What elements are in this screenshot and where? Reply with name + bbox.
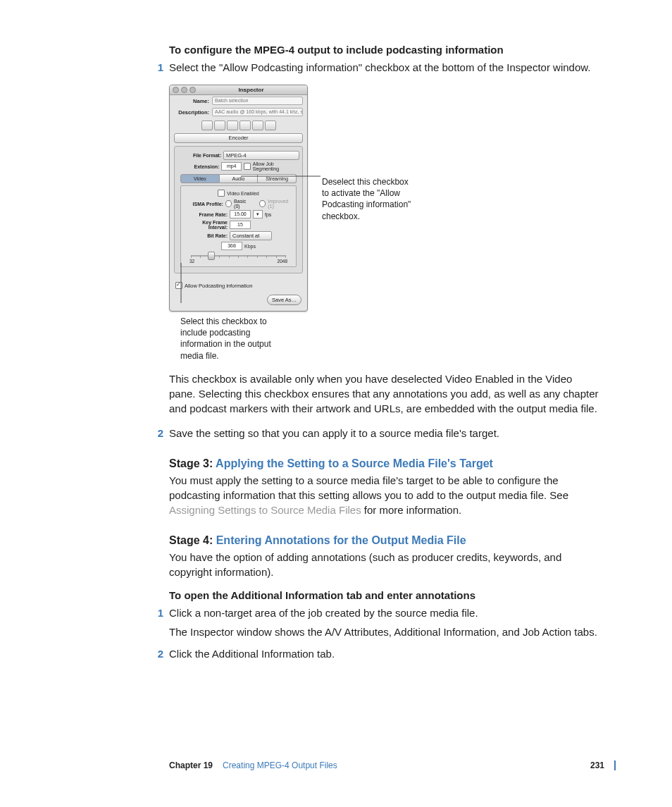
stage-prefix: Stage 4: (169, 534, 216, 546)
kbps-label: Kbps (244, 244, 256, 249)
step-a2: 2 Click the Additional Information tab. (169, 646, 602, 661)
frame-rate-stepper[interactable]: ▾ (253, 210, 263, 218)
bitrate-field[interactable]: 368 (221, 242, 242, 250)
step-a1: 1 Click a non-target area of the job cre… (169, 605, 602, 620)
frame-rate-field[interactable]: 15.00 (230, 210, 251, 218)
file-format-label: File Format: (178, 153, 221, 158)
video-enabled-checkbox[interactable] (218, 190, 225, 197)
paragraph: You must apply the setting to a source m… (169, 473, 602, 517)
frame-rate-label: Frame Rate: (184, 212, 228, 217)
description-field[interactable]: AAC audio @ 160 kbps, with 44.1 khz, ste… (212, 108, 303, 116)
bitrate-mode-select[interactable]: Constant at (230, 231, 272, 240)
allow-segmenting-checkbox[interactable] (244, 163, 251, 170)
range-max: 2048 (278, 259, 287, 264)
pane-icon[interactable] (201, 121, 213, 130)
callout-below: Select this checkbox to include podcasti… (180, 316, 279, 362)
stage-prefix: Stage 3: (169, 457, 216, 469)
step-2: 2 Save the setting so that you can apply… (169, 426, 602, 441)
pane-icons (170, 118, 307, 132)
step-number: 1 (155, 605, 163, 620)
stage-title: Entering Annotations for the Output Medi… (216, 534, 466, 546)
stage-3-heading: Stage 3: Applying the Setting to a Sourc… (169, 457, 602, 470)
name-field[interactable]: Batch selection (212, 97, 303, 105)
link-assigning-settings[interactable]: Assigning Settings to Source Media Files (169, 504, 361, 516)
isma-improved-label: Improved (1) (268, 199, 293, 209)
description-label: Description: (174, 109, 209, 116)
pane-icon[interactable] (265, 121, 276, 130)
step-text: Select the "Allow Podcasting information… (169, 60, 590, 75)
name-label: Name: (174, 98, 209, 104)
window-title: Inspector (198, 87, 304, 93)
isma-basic-label: Basic (0) (234, 199, 251, 209)
isma-improved-radio[interactable] (259, 200, 266, 207)
step-number: 2 (155, 426, 163, 441)
text: for more information. (361, 504, 462, 516)
pane-icon[interactable] (239, 121, 251, 130)
tab-video[interactable]: Video (180, 174, 220, 183)
step-text: Click a non-target area of the job creat… (169, 605, 478, 620)
paragraph: You have the option of adding annotation… (169, 550, 602, 579)
zoom-icon (189, 87, 196, 93)
bitrate-slider[interactable] (191, 253, 286, 259)
isma-label: ISMA Profile: (184, 202, 223, 207)
pane-icon[interactable] (214, 121, 225, 130)
step-number: 2 (155, 646, 163, 661)
encoder-tab[interactable]: Encoder (174, 133, 303, 143)
extension-label: Extension: (178, 164, 219, 169)
footer-bar-icon (614, 760, 616, 770)
inspector-window: Inspector Name: Batch selection Descript… (169, 85, 308, 312)
tab-audio[interactable]: Audio (220, 174, 259, 183)
section-heading: To configure the MPEG-4 output to includ… (169, 44, 602, 56)
step-1: 1 Select the "Allow Podcasting informati… (169, 60, 602, 75)
text: You must apply the setting to a source m… (169, 474, 568, 501)
stage-title: Applying the Setting to a Source Media F… (216, 457, 493, 469)
allow-podcasting-checkbox[interactable] (175, 282, 182, 289)
pane-icon[interactable] (227, 121, 238, 130)
close-icon (173, 87, 179, 93)
page-number: 231 (590, 760, 604, 770)
kfi-field[interactable]: 15 (230, 221, 251, 229)
slider-thumb-icon[interactable] (208, 252, 215, 260)
step-text: Click the Additional Information tab. (169, 646, 335, 661)
allow-podcasting-label: Allow Podcasting information (185, 283, 252, 289)
isma-basic-radio[interactable] (225, 200, 232, 207)
video-enabled-label: Video Enabled (227, 191, 259, 196)
kfi-label: Key Frame Interval: (184, 220, 228, 230)
pane-icon[interactable] (252, 121, 263, 130)
callout-right: Deselect this checkbox to activate the "… (322, 176, 417, 222)
stage-4-heading: Stage 4: Entering Annotations for the Ou… (169, 534, 602, 547)
tab-streaming[interactable]: Streaming (258, 174, 297, 183)
fps-label: fps (265, 212, 271, 217)
paragraph: The Inspector window shows the A/V Attri… (169, 624, 602, 639)
chapter-label: Chapter 19 (169, 760, 213, 770)
bitrate-label: Bit Rate: (184, 233, 228, 238)
extension-field[interactable]: mp4 (221, 162, 242, 171)
step-text: Save the setting so that you can apply i… (169, 426, 499, 441)
chapter-title: Creating MPEG-4 Output Files (223, 760, 337, 770)
page-footer: Chapter 19 Creating MPEG-4 Output Files … (169, 760, 616, 770)
titlebar: Inspector (170, 85, 307, 95)
range-min: 32 (189, 259, 194, 264)
paragraph: This checkbox is available only when you… (169, 371, 602, 416)
allow-segmenting-label: Allow Job Segmenting (253, 161, 299, 171)
section-heading: To open the Additional Information tab a… (169, 589, 602, 601)
file-format-select[interactable]: MPEG-4 (223, 151, 299, 160)
save-as-button[interactable]: Save As… (267, 295, 301, 305)
minimize-icon (181, 87, 187, 93)
step-number: 1 (155, 60, 163, 75)
